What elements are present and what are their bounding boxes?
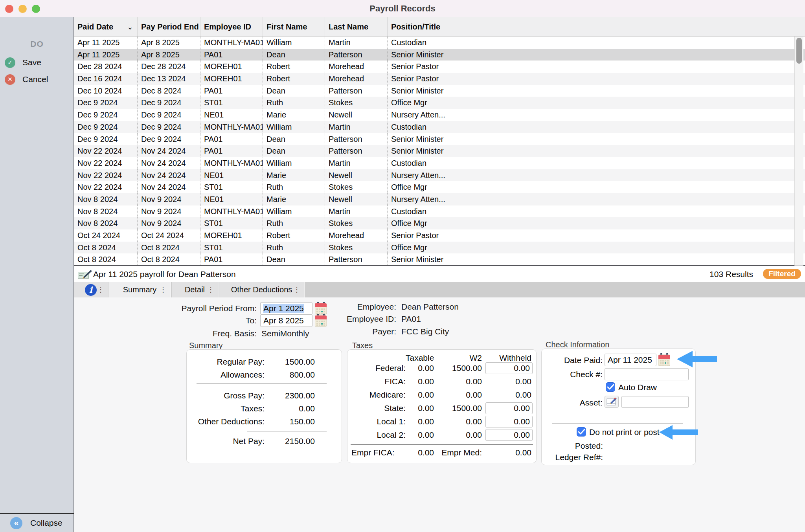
summary-row-value: 800.00 — [265, 370, 315, 380]
table-cell: Stokes — [325, 242, 388, 254]
table-cell: Dec 9 2024 — [138, 133, 200, 145]
table-row[interactable]: Nov 22 2024Nov 24 2024NE01MarieNewellNur… — [74, 169, 805, 182]
table-row[interactable]: Nov 8 2024Nov 9 2024MONTHLY-MA01WilliamM… — [74, 205, 805, 218]
table-cell: Morehead — [325, 73, 388, 85]
taxes-section-label: Taxes — [352, 341, 373, 350]
do-not-print-label: Do not print or post — [589, 427, 660, 437]
do-not-print-checkbox[interactable] — [577, 427, 586, 437]
table-cell: Martin — [325, 205, 388, 218]
grip-handle-icon[interactable]: ⋮ — [160, 282, 167, 297]
tab-info[interactable]: i ⋮ — [74, 282, 108, 297]
table-cell: Office Mgr — [388, 217, 451, 229]
table-row[interactable]: Dec 9 2024Dec 9 2024NE01MarieNewellNurse… — [74, 109, 805, 121]
period-to-input[interactable]: Apr 8 2025 — [260, 314, 312, 327]
tab-detail[interactable]: Detail⋮ — [172, 282, 219, 297]
table-row[interactable]: Nov 22 2024Nov 24 2024MONTHLY-MA01Willia… — [74, 157, 805, 169]
date-paid-input[interactable]: Apr 11 2025 — [605, 354, 656, 366]
empr-med-label: Empr Med: — [436, 448, 484, 457]
withheld-input[interactable]: 0.00 — [485, 402, 533, 414]
scrollbar-thumb[interactable] — [796, 38, 802, 64]
table-row[interactable]: Apr 11 2025Apr 8 2025MONTHLY-MA01William… — [74, 37, 805, 49]
column-header-label: First Name — [266, 17, 307, 36]
table-row[interactable]: Nov 8 2024Nov 9 2024ST01RuthStokesOffice… — [74, 217, 805, 229]
period-from-input[interactable]: Apr 1 2025 — [260, 302, 312, 315]
tax-taxable-value: 0.00 — [406, 404, 436, 413]
table-cell: Nov 22 2024 — [74, 181, 138, 193]
table-cell: Dec 9 2024 — [138, 97, 200, 109]
grip-handle-icon[interactable]: ⋮ — [293, 282, 300, 297]
column-header-paid-date[interactable]: Paid Date⌄ — [74, 17, 138, 36]
tax-row-label: Local 2: — [347, 430, 406, 440]
empr-fica-value: 0.00 — [406, 448, 436, 457]
table-cell: Patterson — [325, 85, 388, 97]
column-header-first-name[interactable]: First Name — [263, 17, 325, 36]
table-row[interactable]: Apr 11 2025Apr 8 2025PA01DeanPattersonSe… — [74, 49, 805, 61]
table-cell: Patterson — [325, 133, 388, 145]
tax-row-label: Local 1: — [347, 417, 406, 426]
column-header-position-title[interactable]: Position/Title — [388, 17, 451, 36]
table-cell: Oct 8 2024 — [138, 242, 200, 254]
filtered-badge[interactable]: Filtered — [763, 269, 801, 279]
table-cell: Oct 8 2024 — [74, 253, 138, 266]
table-row[interactable]: Dec 16 2024Dec 13 2024MOREH01RobertMoreh… — [74, 73, 805, 85]
asset-input[interactable] — [621, 396, 689, 408]
taxable-column-header: Taxable — [406, 353, 436, 363]
table-row[interactable]: Nov 22 2024Nov 24 2024ST01RuthStokesOffi… — [74, 181, 805, 193]
date-paid-label: Date Paid: — [542, 355, 603, 366]
x-icon: ✕ — [5, 74, 15, 85]
table-row[interactable]: Oct 8 2024Oct 8 2024PA01DeanPattersonSen… — [74, 253, 805, 266]
table-row[interactable]: Nov 22 2024Nov 24 2024PA01DeanPattersonS… — [74, 145, 805, 157]
table-row[interactable]: Nov 8 2024Nov 9 2024NE01MarieNewellNurse… — [74, 193, 805, 205]
tax-row: Local 2:0.000.000.00 — [347, 428, 536, 442]
table-row[interactable]: Dec 9 2024Dec 9 2024MONTHLY-MA01WilliamM… — [74, 121, 805, 133]
check-number-input[interactable] — [605, 368, 689, 380]
collapse-label: Collapse — [30, 518, 62, 528]
auto-draw-checkbox[interactable] — [606, 382, 615, 392]
column-header-pay-period-end[interactable]: Pay Period End — [138, 17, 200, 36]
calendar-icon[interactable] — [658, 353, 670, 367]
annotation-arrow-date-paid — [677, 351, 717, 367]
tab-other-deductions[interactable]: Other Deductions⋮ — [219, 282, 305, 297]
column-header-last-name[interactable]: Last Name — [325, 17, 388, 36]
check-icon — [578, 429, 585, 435]
table-cell: Dean — [263, 145, 325, 157]
column-header-employee-id[interactable]: Employee ID — [200, 17, 263, 36]
grip-handle-icon[interactable]: ⋮ — [207, 282, 214, 297]
table-cell: MONTHLY-MA01 — [200, 205, 263, 218]
grip-handle-icon[interactable]: ⋮ — [97, 282, 104, 297]
save-label: Save — [22, 58, 41, 67]
table-cell-filler — [451, 121, 805, 133]
table-cell-filler — [451, 73, 805, 85]
table-cell: Robert — [263, 229, 325, 242]
table-row[interactable]: Oct 8 2024Oct 8 2024ST01RuthStokesOffice… — [74, 242, 805, 254]
table-row[interactable]: Dec 28 2024Dec 28 2024MOREH01RobertMoreh… — [74, 61, 805, 73]
collapse-button[interactable]: « Collapse — [10, 516, 62, 530]
table-cell: Ruth — [263, 181, 325, 193]
table-cell: Newell — [325, 169, 388, 182]
auto-draw-label: Auto Draw — [618, 382, 657, 393]
table-row[interactable]: Dec 9 2024Dec 9 2024ST01RuthStokesOffice… — [74, 97, 805, 109]
withheld-input[interactable]: 0.00 — [485, 429, 533, 441]
annotation-arrow-do-not-print — [659, 425, 698, 440]
tax-row-label: Medicare: — [347, 390, 406, 400]
freq-basis-label: Freq. Basis: — [147, 328, 257, 339]
withheld-input[interactable]: 0.00 — [485, 416, 533, 427]
employee-value: Dean Patterson — [401, 302, 459, 312]
withheld-input[interactable]: 0.00 — [485, 362, 533, 374]
table-row[interactable]: Dec 10 2024Dec 8 2024PA01DeanPattersonSe… — [74, 85, 805, 97]
vertical-scrollbar[interactable] — [794, 37, 803, 266]
table-row[interactable]: Oct 24 2024Oct 24 2024MOREH01RobertMoreh… — [74, 229, 805, 242]
table-cell: Custodian — [388, 37, 451, 49]
empr-fica-label: Empr FICA: — [347, 448, 406, 457]
tax-w2-value: 0.00 — [436, 430, 484, 440]
asset-lookup-button[interactable] — [605, 396, 619, 408]
cancel-button[interactable]: ✕ Cancel — [5, 73, 48, 85]
table-row[interactable]: Dec 9 2024Dec 9 2024PA01DeanPattersonSen… — [74, 133, 805, 145]
table-cell: William — [263, 121, 325, 133]
table-cell: ST01 — [200, 97, 263, 109]
save-button[interactable]: ✓ Save — [5, 57, 41, 68]
table-cell: Nov 9 2024 — [138, 217, 200, 229]
tax-taxable-value: 0.00 — [406, 417, 436, 426]
tab-summary[interactable]: Summary⋮ — [109, 282, 171, 297]
table-cell: Dec 9 2024 — [74, 121, 138, 133]
